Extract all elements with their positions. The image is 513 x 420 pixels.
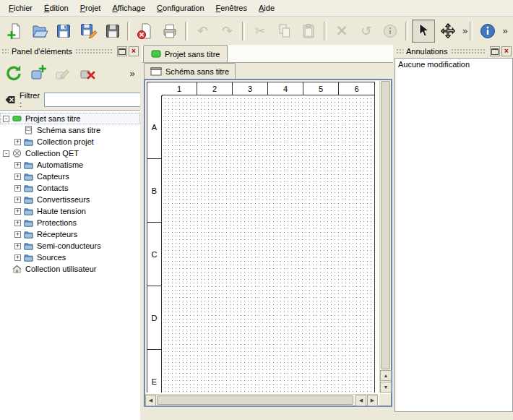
collapse-expander[interactable]: - [3,150,9,157]
schema-tab-label: Schéma sans titre [165,67,229,76]
tree-item-protections[interactable]: + Protections [0,217,140,228]
tree-item-schema-sans-titre[interactable]: Schéma sans titre [0,124,140,136]
expand-expander[interactable]: + [14,162,21,168]
menu-configuration[interactable]: Configuration [151,1,210,14]
toolbar-separator [185,22,188,40]
folder-icon [24,253,34,262]
menu-fenetres[interactable]: Fenêtres [210,1,253,14]
tree-item-collection-utilisateur[interactable]: Collection utilisateur [0,263,140,275]
undo-history-list[interactable]: Aucune modification [395,58,513,412]
scroll-down-button[interactable]: ▼ [380,382,392,393]
tree-item-projet-sans-titre[interactable]: - Projet sans titre [0,113,140,124]
tree-item-semi-conducteurs[interactable]: + Semi-conducteurs [0,240,140,252]
print-button[interactable] [158,20,181,43]
expand-expander[interactable]: + [14,254,21,261]
close-panel-button[interactable]: × [501,46,512,56]
tree-item-label: Collection utilisateur [25,263,96,275]
undo-button[interactable]: ↶ [191,20,215,43]
expand-expander[interactable]: + [14,208,21,215]
float-panel-button[interactable] [117,46,127,56]
redo-icon: ↷ [222,25,233,38]
edit-element-button[interactable] [52,62,74,84]
delete-element-button[interactable] [77,62,98,84]
clear-filter-icon[interactable] [4,94,16,106]
schema-canvas[interactable]: 1 2 3 4 5 6 A B C D E [145,80,378,393]
filter-input[interactable] [44,93,151,107]
menu-edition[interactable]: Édition [38,1,74,14]
cut-button[interactable]: ✂ [249,20,272,43]
tree-item-convertisseurs[interactable]: + Convertisseurs [0,194,140,205]
dock-grip [75,48,113,54]
new-element-button[interactable] [27,62,49,84]
save-as-button[interactable] [77,20,100,43]
undo-empty-message: Aucune modification [398,60,470,69]
toolbar-separator [470,22,473,40]
tree-item-label: Protections [37,217,77,228]
tab-projet-sans-titre[interactable]: Projet sans titre [143,45,228,62]
elements-panel-titlebar[interactable]: Panel d'éléments × [0,45,140,58]
expand-expander[interactable]: + [14,220,21,226]
expand-expander[interactable]: + [14,185,21,192]
vertical-scroll-thumb[interactable] [381,81,390,369]
rotate-button[interactable]: ↺ [355,20,378,43]
scroll-left-button[interactable]: ◀ [145,395,156,406]
toolbar-extension-button-2[interactable]: » [500,21,510,41]
expand-expander[interactable]: + [14,231,21,238]
save-all-button[interactable] [101,20,124,43]
tree-item-haute-tension[interactable]: + Haute tension [0,205,140,217]
menu-aide[interactable]: Aide [253,1,280,14]
collapse-expander[interactable]: - [3,116,9,122]
tree-item-collection-qet[interactable]: - Collection QET [0,147,140,159]
open-project-button[interactable] [28,20,51,43]
expand-expander[interactable]: + [14,243,21,249]
tree-item-recepteurs[interactable]: + Récepteurs [0,228,140,240]
scroll-right-button[interactable]: ▶ [367,395,378,406]
expand-expander[interactable]: + [14,139,21,145]
menu-projet[interactable]: Projet [74,1,107,14]
tree-item-automatisme[interactable]: + Automatisme [0,159,140,171]
dock-grip [451,48,486,54]
folder-icon [24,230,34,239]
save-button[interactable] [52,20,75,43]
tree-item-sources[interactable]: + Sources [0,252,140,263]
menu-fichier[interactable]: Fichier [3,1,38,14]
toolbar-extension-button[interactable]: » [460,21,470,41]
copy-button[interactable] [273,20,296,43]
close-file-button[interactable] [134,20,157,43]
select-mode-button[interactable] [412,20,435,43]
expand-expander[interactable]: + [14,197,21,203]
expand-expander[interactable]: + [14,173,21,180]
undo-panel-titlebar[interactable]: Annulations × [395,45,513,58]
scroll-up-button[interactable]: ▲ [380,370,392,381]
delete-button[interactable]: × [330,20,353,43]
vertical-scrollbar[interactable]: ▲ ▼ [379,80,391,393]
redo-button[interactable]: ↷ [215,20,238,43]
folder-icon [24,160,34,169]
new-project-button[interactable] [4,20,27,43]
elements-tree: - Projet sans titre Schéma sans titre + … [0,110,140,420]
dot-grid[interactable] [162,95,374,393]
filter-row: Filtrer : [0,91,140,108]
edit-info-button[interactable] [379,20,402,43]
horizontal-scrollbar[interactable]: ◀ ◀ ▶ [145,394,378,406]
move-arrows-icon [439,22,457,40]
tree-item-contacts[interactable]: + Contacts [0,182,140,194]
scroll-left-button-2[interactable]: ◀ [355,395,366,406]
print-icon [161,22,178,40]
reload-collections-button[interactable] [3,62,25,84]
close-panel-button[interactable]: × [129,46,139,56]
menu-bar: Fichier Édition Projet Affichage Configu… [0,0,513,17]
float-panel-button[interactable] [490,46,500,56]
about-button[interactable] [476,20,499,43]
tab-schema-sans-titre[interactable]: Schéma sans titre [144,63,236,80]
schema-tab-icon [150,67,162,76]
up-arrow-icon: ▲ [384,373,389,378]
paste-button[interactable] [298,20,321,43]
tree-item-collection-projet[interactable]: + Collection projet [0,136,140,147]
pan-mode-button[interactable] [436,20,460,43]
tree-item-capteurs[interactable]: + Capteurs [0,171,140,182]
toolbar-separator [405,22,408,40]
panel-extension-button[interactable]: » [127,63,137,83]
horizontal-scroll-thumb[interactable] [157,395,353,405]
menu-affichage[interactable]: Affichage [106,1,151,14]
